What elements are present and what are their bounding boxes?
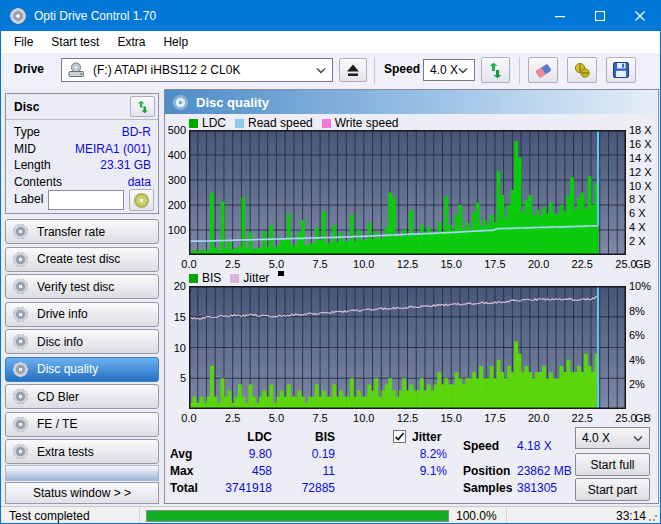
close-icon <box>634 10 646 22</box>
legend-label: LDC <box>202 116 226 130</box>
x-axis-tick: 7.5 <box>302 412 338 424</box>
sidebar-item-cd-bler[interactable]: CD Bler <box>5 384 159 409</box>
start-full-button[interactable]: Start full <box>575 453 650 476</box>
refresh-button[interactable] <box>481 57 510 83</box>
y-axis-tick-left: 100 <box>165 224 186 236</box>
sidebar-item-drive-info[interactable]: Drive info <box>5 302 159 327</box>
erase-button[interactable] <box>528 57 558 83</box>
resize-grip[interactable] <box>648 512 658 522</box>
eject-button[interactable] <box>339 58 367 82</box>
sidebar-item-label: Verify test disc <box>37 280 114 294</box>
refresh-icon <box>136 100 150 114</box>
menu-item-file[interactable]: File <box>5 32 42 52</box>
drive-icon <box>68 62 85 78</box>
stats-row-label: Avg <box>170 447 192 461</box>
menu-item-help[interactable]: Help <box>154 32 197 52</box>
info-value-position: 23862 MB <box>517 464 572 478</box>
menu-item-start-test[interactable]: Start test <box>42 32 108 52</box>
legend-label: Jitter <box>243 271 269 285</box>
chart-plot <box>189 130 626 255</box>
disc-row-value: 23.31 GB <box>100 158 151 172</box>
y-axis-tick-right: 18 X <box>629 124 652 136</box>
disc-row-label: Length <box>14 158 51 172</box>
x-axis-tick: 12.5 <box>390 258 426 270</box>
label-input[interactable] <box>48 190 124 210</box>
close-button[interactable] <box>620 1 660 31</box>
disc-panel-title: Disc <box>14 100 39 114</box>
status-bar: Test completed 100.0% 33:14 <box>1 506 660 524</box>
y-axis-tick-left: 200 <box>165 199 186 211</box>
window-title: Opti Drive Control 1.70 <box>34 9 156 23</box>
y-axis-tick-right: 14 X <box>629 152 652 164</box>
menu-item-extra[interactable]: Extra <box>108 32 154 52</box>
legend-swatch <box>230 274 239 283</box>
sidebar-item-transfer-rate[interactable]: Transfer rate <box>5 219 159 244</box>
x-axis-tick: 10.0 <box>346 258 382 270</box>
app-window: Opti Drive Control 1.70 FileStart testEx… <box>0 0 661 524</box>
sidebar-item-verify-test-disc[interactable]: Verify test disc <box>5 274 159 299</box>
sidebar-item-disc-quality[interactable]: Disc quality <box>5 357 159 382</box>
legend-item: LDC <box>189 116 226 130</box>
jitter-checkbox[interactable] <box>393 430 406 443</box>
chart-plot <box>189 286 626 409</box>
chart-legend: BISJitter <box>189 271 284 285</box>
y-axis-tick-right: 6 X <box>629 207 646 219</box>
elapsed-time: 33:14 <box>616 509 646 523</box>
y-axis-tick-right: 2 X <box>629 235 646 247</box>
stats-bis-value: 0.19 <box>282 447 335 461</box>
drive-select-value: (F:) ATAPI iHBS112 2 CL0K <box>93 63 240 77</box>
legend-item: Read speed <box>235 116 313 130</box>
x-axis-tick: 2.5 <box>215 258 251 270</box>
x-axis-unit: GB <box>635 412 651 424</box>
speed-select[interactable]: 4.0 X <box>423 59 475 81</box>
write-label-button[interactable] <box>129 189 154 211</box>
maximize-button[interactable] <box>580 1 620 31</box>
toolbar-separator <box>519 57 520 84</box>
x-axis-tick: 10.0 <box>346 412 382 424</box>
sidebar-footer-strip <box>5 465 159 481</box>
y-axis-tick-right: 4 X <box>629 221 646 233</box>
disc-quality-panel: Disc quality LDCRead speedWrite speed100… <box>164 89 659 504</box>
sidebar-item-create-test-disc[interactable]: Create test disc <box>5 247 159 272</box>
info-value-samples: 381305 <box>517 481 557 495</box>
start-part-button[interactable]: Start part <box>575 478 650 501</box>
legend-item: BIS <box>189 271 221 285</box>
x-axis-tick: 5.0 <box>258 412 294 424</box>
progress-bar <box>146 510 449 522</box>
minimize-button[interactable] <box>540 1 580 31</box>
info-label-speed: Speed <box>463 439 499 453</box>
drive-select[interactable]: (F:) ATAPI iHBS112 2 CL0K <box>61 58 333 82</box>
minimize-icon <box>554 10 566 22</box>
legend-label: Write speed <box>335 116 399 130</box>
test-speed-select[interactable]: 4.0 X <box>575 427 650 449</box>
disc-icon <box>13 444 28 459</box>
y-axis-tick-left: 20 <box>165 280 186 292</box>
x-axis-tick: 2.5 <box>215 412 251 424</box>
status-window-button[interactable]: Status window > > <box>5 482 159 504</box>
sidebar-item-fe-te[interactable]: FE / TE <box>5 412 159 437</box>
disc-row-label: Type <box>14 125 40 139</box>
sidebar-item-label: Disc info <box>37 335 83 349</box>
legend-label: Read speed <box>248 116 313 130</box>
save-button[interactable] <box>606 57 636 83</box>
x-axis-tick: 22.5 <box>564 258 600 270</box>
legend-swatch <box>189 274 198 283</box>
legend-swatch <box>235 119 244 128</box>
sidebar-item-label: Extra tests <box>37 445 94 459</box>
sidebar-item-disc-info[interactable]: Disc info <box>5 329 159 354</box>
legend-swatch <box>322 119 331 128</box>
sidebar-item-label: CD Bler <box>37 390 79 404</box>
settings-button[interactable] <box>567 57 597 83</box>
y-axis-tick-left: 15 <box>165 311 186 323</box>
stats-header-bis: BIS <box>282 430 335 444</box>
disc-icon <box>134 193 149 208</box>
y-axis-tick-left: 5 <box>165 372 186 384</box>
disc-icon <box>13 417 28 432</box>
x-axis-unit: GB <box>635 258 651 270</box>
stats-jitter-value: 8.2% <box>395 447 447 461</box>
sidebar-item-extra-tests[interactable]: Extra tests <box>5 439 159 464</box>
disc-refresh-button[interactable] <box>130 96 155 117</box>
menu-bar: FileStart testExtraHelp <box>1 31 660 53</box>
y-axis-tick-right: 10 X <box>629 180 652 192</box>
y-axis-tick-right: 8 X <box>629 193 646 205</box>
